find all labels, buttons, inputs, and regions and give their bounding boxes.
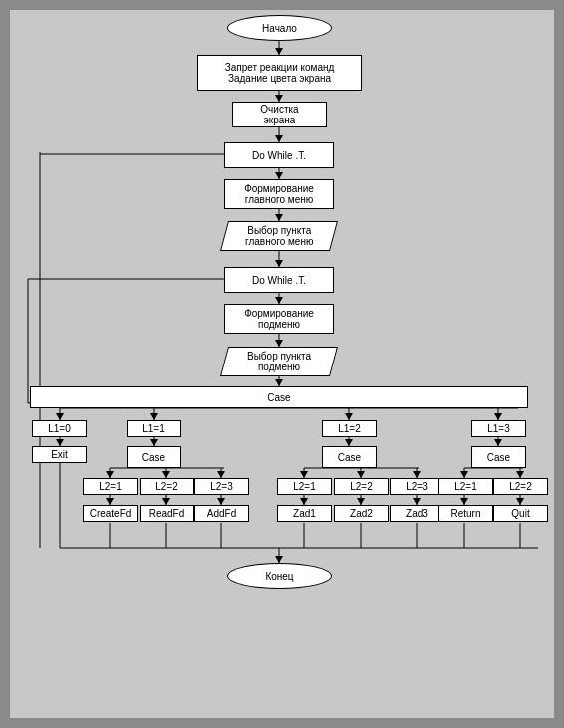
zad2-label: Zad2 [350,508,373,519]
svg-marker-32 [345,439,353,446]
exit-label: Exit [51,449,68,460]
l2-2a-node: L2=2 [140,478,194,495]
svg-marker-34 [494,439,502,446]
readfd-node: ReadFd [140,505,194,522]
l1-2-node: L1=2 [322,420,377,437]
clear-node: Очистка экрана [232,102,327,127]
case2-node: Case [127,446,181,468]
svg-marker-30 [150,439,158,446]
form-sub-node: Формирование подменю [224,304,334,334]
svg-marker-59 [217,498,225,505]
svg-marker-41 [217,471,225,478]
svg-marker-39 [162,471,170,478]
createfd-label: CreateFd [90,508,132,519]
svg-marker-13 [275,297,283,304]
svg-marker-63 [357,498,365,505]
l2-2c-label: L2=2 [509,481,532,492]
svg-marker-65 [413,498,421,505]
svg-marker-5 [275,135,283,142]
l1-0-node: L1=0 [32,420,87,437]
l2-3a-label: L2=3 [210,481,233,492]
init-label: Запрет реакции команд Задание цвета экра… [225,62,335,84]
end-label: Конец [265,571,293,582]
case2-label: Case [142,452,165,463]
l1-1-node: L1=1 [127,420,181,437]
l2-1a-label: L2=1 [99,481,122,492]
addfd-label: AddFd [207,508,236,519]
svg-marker-53 [516,471,524,478]
l2-3b-label: L2=3 [406,481,428,492]
svg-marker-46 [357,471,365,478]
l2-1c-node: L2=1 [438,478,493,495]
svg-marker-44 [300,471,308,478]
l1-3-node: L1=3 [471,420,526,437]
l2-2b-node: L2=2 [334,478,389,495]
dowhile2-label: Do While .T. [252,275,306,286]
zad2-node: Zad2 [334,505,389,522]
case4-node: Case [471,446,526,468]
l2-3a-node: L2=3 [194,478,249,495]
sel-sub-label: Выбор пункта подменю [247,351,311,372]
svg-marker-55 [106,498,114,505]
quit-label: Quit [511,508,529,519]
svg-marker-37 [106,471,114,478]
l2-1b-node: L2=1 [277,478,332,495]
svg-marker-17 [275,379,283,386]
svg-marker-24 [345,413,353,420]
end-node: Конец [227,563,332,589]
readfd-label: ReadFd [149,508,185,519]
exit-node: Exit [32,446,87,463]
svg-marker-69 [516,498,524,505]
dowhile1-label: Do While .T. [252,150,306,161]
svg-marker-81 [275,556,283,563]
svg-marker-48 [413,471,421,478]
zad3-label: Zad3 [406,508,428,519]
l1-3-label: L1=3 [487,423,510,434]
form-main-label: Формирование главного меню [244,183,314,205]
svg-marker-51 [460,471,468,478]
quit-node: Quit [493,505,548,522]
form-sub-label: Формирование подменю [244,308,314,330]
sel-sub-node: Выбор пункта подменю [224,347,334,376]
case-main-node: Case [30,386,528,408]
init-node: Запрет реакции команд Задание цвета экра… [197,55,362,91]
svg-marker-20 [56,413,64,420]
svg-marker-57 [162,498,170,505]
dowhile1-node: Do While .T. [224,142,334,168]
l2-1a-node: L2=1 [83,478,138,495]
svg-marker-15 [275,340,283,347]
zad1-node: Zad1 [277,505,332,522]
l1-2-label: L1=2 [338,423,361,434]
start-label: Начало [262,23,297,34]
svg-marker-9 [275,214,283,221]
l2-2b-label: L2=2 [350,481,373,492]
svg-marker-3 [275,95,283,102]
createfd-node: CreateFd [83,505,138,522]
l1-1-label: L1=1 [142,423,165,434]
svg-marker-7 [275,172,283,179]
form-main-node: Формирование главного меню [224,179,334,209]
l2-2a-label: L2=2 [155,481,178,492]
addfd-node: AddFd [194,505,249,522]
zad3-node: Zad3 [390,505,444,522]
diagram-container: Начало Запрет реакции команд Задание цве… [10,10,554,718]
svg-marker-28 [56,439,64,446]
dowhile2-node: Do While .T. [224,267,334,293]
l2-1b-label: L2=1 [293,481,316,492]
case3-node: Case [322,446,377,468]
svg-marker-22 [150,413,158,420]
return-label: Return [450,508,480,519]
svg-marker-1 [275,48,283,55]
zad1-label: Zad1 [293,508,316,519]
svg-marker-67 [460,498,468,505]
case3-label: Case [338,452,361,463]
start-node: Начало [227,15,332,41]
clear-label: Очистка экрана [260,104,298,125]
l1-0-label: L1=0 [48,423,71,434]
svg-marker-11 [275,260,283,267]
svg-marker-26 [494,413,502,420]
svg-marker-61 [300,498,308,505]
sel-main-node: Выбор пункта главного меню [224,221,334,251]
l2-2c-node: L2=2 [493,478,548,495]
case4-label: Case [487,452,510,463]
